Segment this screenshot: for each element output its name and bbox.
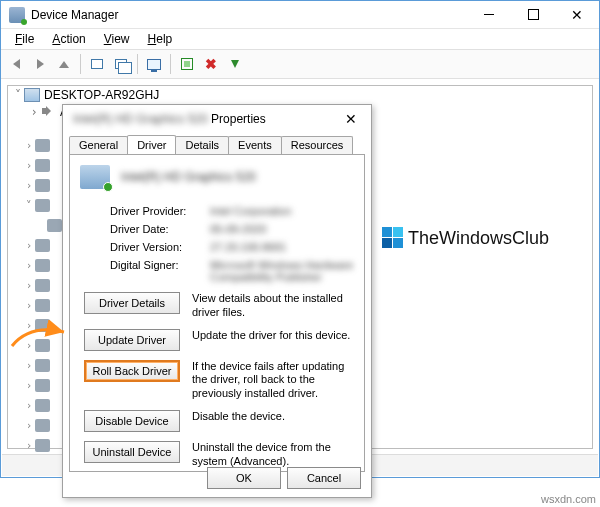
properties-button[interactable] [143, 53, 165, 75]
mouse-icon [35, 299, 50, 312]
print-icon [35, 379, 50, 392]
brand-text: TheWindowsClub [408, 228, 549, 249]
uninstall-button[interactable]: ✖ [200, 53, 222, 75]
scan-hardware-button[interactable] [176, 53, 198, 75]
titlebar[interactable]: Device Manager ✕ [1, 1, 599, 29]
root-label: DESKTOP-AR92GHJ [44, 88, 159, 102]
device-name: Intel(R) HD Graphics 520 [121, 170, 256, 184]
uninstall-device-desc: Uninstall the device from the system (Ad… [192, 441, 354, 469]
update-driver-button[interactable]: Update Driver [84, 329, 180, 351]
dialog-close-button[interactable]: ✕ [331, 111, 371, 127]
collapse-icon[interactable]: ˅ [12, 88, 24, 102]
menu-view[interactable]: View [96, 30, 138, 48]
row-driver-details: Driver Details View details about the in… [80, 292, 354, 320]
driver-details-desc: View details about the installed driver … [192, 292, 354, 320]
rollback-driver-button[interactable]: Roll Back Driver [84, 360, 180, 382]
back-button[interactable] [5, 53, 27, 75]
update-driver-desc: Update the driver for this device. [192, 329, 354, 343]
row-rollback-driver: Roll Back Driver If the device fails aft… [80, 360, 354, 401]
device-manager-icon [9, 7, 25, 23]
info-signer: Digital Signer:Microsoft Windows Hardwar… [80, 259, 354, 283]
info-version: Driver Version:27.20.100.8681 [80, 241, 354, 253]
ok-button[interactable]: OK [207, 467, 281, 489]
up-button[interactable] [53, 53, 75, 75]
hid-icon [35, 259, 50, 272]
tree-collapsed-items: › › › ˅ › › › › › › › › › › › › [23, 137, 62, 473]
processors-icon [35, 399, 50, 412]
driver-properties-dialog: Intel(R) HD Graphics 520 Properties ✕ Ge… [62, 104, 372, 498]
tab-resources[interactable]: Resources [281, 136, 354, 155]
network-icon [35, 339, 50, 352]
computer-category-icon [35, 159, 50, 172]
disk-icon [35, 179, 50, 192]
forward-button[interactable] [29, 53, 51, 75]
update-driver-button[interactable] [224, 53, 246, 75]
tree-root[interactable]: ˅ DESKTOP-AR92GHJ [8, 86, 592, 103]
uninstall-device-button[interactable]: Uninstall Device [84, 441, 180, 463]
menubar: File Action View Help [1, 29, 599, 49]
display-icon [35, 199, 50, 212]
close-button[interactable]: ✕ [555, 1, 599, 29]
info-provider: Driver Provider:Intel Corporation [80, 205, 354, 217]
ports-icon [35, 359, 50, 372]
disable-device-desc: Disable the device. [192, 410, 354, 424]
minimize-button[interactable] [467, 1, 511, 29]
brand-watermark: TheWindowsClub [382, 227, 549, 249]
toolbar: ✖ [1, 49, 599, 79]
audio-icon [40, 105, 56, 119]
disable-device-button[interactable]: Disable Device [84, 410, 180, 432]
device-header: Intel(R) HD Graphics 520 [80, 165, 354, 189]
window-title: Device Manager [31, 8, 118, 22]
separator [137, 54, 138, 74]
keyboard-icon [35, 279, 50, 292]
rollback-driver-desc: If the device fails after updating the d… [192, 360, 354, 401]
driver-details-button[interactable]: Driver Details [84, 292, 180, 314]
security-icon [35, 419, 50, 432]
show-hidden-button[interactable] [86, 53, 108, 75]
menu-action[interactable]: Action [44, 30, 93, 48]
monitor-category-icon [35, 319, 50, 332]
dialog-footer: OK Cancel [207, 467, 361, 489]
tab-events[interactable]: Events [228, 136, 282, 155]
computer-icon [24, 88, 40, 102]
cancel-button[interactable]: Cancel [287, 467, 361, 489]
tab-driver[interactable]: Driver [127, 135, 176, 154]
device-icon [80, 165, 110, 189]
source-watermark: wsxdn.com [541, 493, 596, 505]
menu-help[interactable]: Help [140, 30, 181, 48]
info-date: Driver Date:05-09-2020 [80, 223, 354, 235]
tab-details[interactable]: Details [175, 136, 229, 155]
separator [80, 54, 81, 74]
separator [170, 54, 171, 74]
camera-icon [35, 139, 50, 152]
view-button[interactable] [110, 53, 132, 75]
brand-logo-icon [382, 227, 404, 249]
expand-icon[interactable]: › [28, 105, 40, 119]
software-icon [35, 439, 50, 452]
tab-general[interactable]: General [69, 136, 128, 155]
row-disable-device: Disable Device Disable the device. [80, 410, 354, 432]
dialog-title: Intel(R) HD Graphics 520 Properties [73, 112, 266, 126]
dialog-titlebar[interactable]: Intel(R) HD Graphics 520 Properties ✕ [63, 105, 371, 133]
row-update-driver: Update Driver Update the driver for this… [80, 329, 354, 351]
maximize-button[interactable] [511, 1, 555, 29]
tab-content: Intel(R) HD Graphics 520 Driver Provider… [69, 154, 365, 472]
tab-bar: General Driver Details Events Resources [63, 135, 371, 154]
display-adapter-icon [47, 219, 62, 232]
firmware-icon [35, 239, 50, 252]
menu-file[interactable]: File [7, 30, 42, 48]
row-uninstall-device: Uninstall Device Uninstall the device fr… [80, 441, 354, 469]
